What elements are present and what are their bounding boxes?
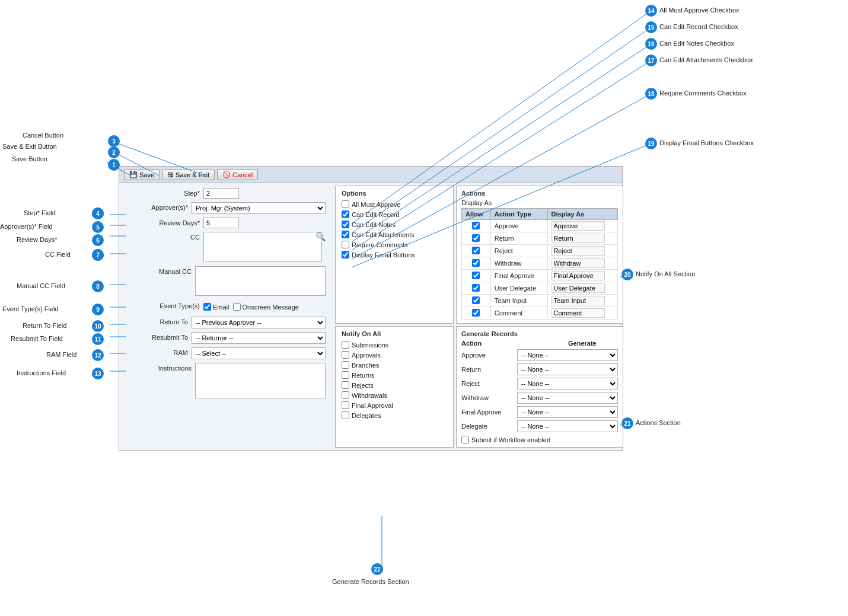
action-display-as-input[interactable] (551, 246, 605, 256)
return-to-select[interactable]: -- Previous Approver -- (192, 317, 326, 328)
generate-row: Delegate -- None -- (461, 420, 618, 432)
can-edit-attachments-option: Can Edit Attachments (342, 231, 447, 238)
cc-input[interactable] (203, 232, 322, 261)
can-edit-notes-label: Can Edit Notes (352, 221, 396, 228)
notify-item-label: Delegates (352, 412, 381, 419)
action-allow-checkbox[interactable] (472, 259, 480, 267)
notify-item-label: Submissions (352, 341, 388, 349)
col-action-type: Action Type (490, 209, 547, 220)
annotation-15-label: Can Edit Record Checkbox (659, 23, 738, 30)
notify-checkbox[interactable] (342, 391, 349, 399)
require-comments-label: Require Comments (352, 241, 408, 248)
annotation-16-bubble: 16 (645, 38, 657, 50)
gen-header: Action Generate (461, 340, 618, 347)
notify-checkbox[interactable] (342, 371, 349, 379)
ram-row: RAM -- Select -- (126, 347, 326, 359)
annotation-22-bubble: 21 (621, 417, 633, 429)
all-must-approve-checkbox[interactable] (342, 200, 349, 208)
manual-cc-label: Manual CC (126, 266, 195, 275)
event-types-row: Event Type(s) Email Onscreen Message (126, 301, 326, 313)
review-days-input[interactable] (203, 218, 239, 228)
notify-checkbox[interactable] (342, 361, 349, 369)
action-allow-checkbox[interactable] (472, 234, 480, 242)
gen-select[interactable]: -- None -- (517, 420, 618, 432)
annotation-18-label: Require Comments Checkbox (659, 90, 747, 97)
annotation-reviewdays-label: Review Days* (17, 236, 57, 243)
manual-cc-textarea[interactable] (195, 266, 326, 296)
action-display-as-input[interactable] (551, 271, 605, 280)
all-must-approve-option: All Must Approve (342, 200, 447, 208)
notify-checkbox[interactable] (342, 341, 349, 349)
action-allow-checkbox[interactable] (472, 247, 480, 254)
action-allow-checkbox[interactable] (472, 222, 480, 229)
ram-label: RAM (126, 347, 192, 356)
return-to-label: Return To (126, 317, 192, 325)
action-type-cell: Return (490, 232, 547, 245)
gen-select[interactable]: -- None -- (517, 392, 618, 404)
instructions-value (195, 363, 326, 400)
notify-item: Branches (342, 361, 447, 369)
manual-cc-row: Manual CC (126, 266, 326, 297)
gen-select[interactable]: -- None -- (517, 378, 618, 390)
annotation-resubmitto-label: Resubmit To Field (11, 335, 63, 342)
ram-select[interactable]: -- Select -- (192, 347, 326, 359)
gen-select[interactable]: -- None -- (517, 349, 618, 361)
instructions-textarea[interactable] (195, 363, 326, 398)
submit-workflow-checkbox[interactable] (461, 436, 469, 443)
cc-value: 🔍 (203, 232, 326, 261)
action-display-as-input[interactable] (551, 221, 605, 231)
left-fields: Step* Approver(s)* Proj. Mgr (System) Re… (119, 183, 333, 450)
instructions-label: Instructions (126, 363, 195, 372)
toolbar: 💾 Save 🖫 Save & Exit 🚫 Cancel (119, 167, 622, 183)
step-input[interactable] (203, 188, 239, 199)
all-must-approve-label: All Must Approve (352, 201, 401, 208)
annotation-21-bubble: 20 (621, 269, 633, 280)
gen-select[interactable]: -- None -- (517, 406, 618, 418)
display-email-buttons-checkbox[interactable] (342, 251, 349, 258)
event-types-label: Event Type(s) (126, 301, 203, 309)
approvers-row: Approver(s)* Proj. Mgr (System) (126, 202, 326, 214)
notify-checkbox[interactable] (342, 401, 349, 409)
action-allow-checkbox[interactable] (472, 272, 480, 279)
annotation-ram-label: RAM Field (46, 351, 76, 358)
onscreen-checkbox-label[interactable]: Onscreen Message (233, 303, 299, 311)
can-edit-record-checkbox[interactable] (342, 210, 349, 218)
submit-workflow: Submit if Workflow enabled (461, 436, 618, 443)
action-display-as-input[interactable] (551, 258, 605, 268)
approvers-select[interactable]: Proj. Mgr (System) (192, 202, 326, 214)
resubmit-to-select[interactable]: -- Returner -- (192, 332, 326, 344)
require-comments-checkbox[interactable] (342, 241, 349, 248)
gen-select[interactable]: -- None -- (517, 363, 618, 375)
onscreen-checkbox[interactable] (233, 303, 241, 311)
action-display-as-input[interactable] (551, 296, 605, 305)
save-exit-button[interactable]: 🖫 Save & Exit (162, 170, 215, 180)
action-display-as-input[interactable] (551, 308, 605, 318)
action-allow-checkbox[interactable] (472, 296, 480, 304)
can-edit-notes-checkbox[interactable] (342, 221, 349, 228)
gen-col-generate: Generate (568, 340, 597, 347)
annotation-resubmitto-bubble: 11 (92, 333, 104, 345)
save-button[interactable]: 💾 Save (124, 169, 160, 180)
notify-checkbox[interactable] (342, 381, 349, 389)
notify-checkbox[interactable] (342, 351, 349, 359)
action-allow-checkbox[interactable] (472, 284, 480, 292)
cc-search-icon[interactable]: 🔍 (315, 232, 326, 241)
can-edit-attachments-label: Can Edit Attachments (352, 231, 415, 238)
action-row: Reject (462, 245, 618, 257)
require-comments-option: Require Comments (342, 241, 447, 248)
gen-action-label: Withdraw (461, 394, 515, 401)
gen-col-action: Action (461, 340, 515, 347)
action-display-as-input[interactable] (551, 283, 605, 293)
notify-item: Submissions (342, 341, 447, 349)
annotation-cc-label: CC Field (45, 251, 71, 258)
email-checkbox[interactable] (203, 303, 211, 311)
email-checkbox-label[interactable]: Email (203, 303, 229, 311)
action-display-as-input[interactable] (551, 234, 605, 243)
notify-item: Approvals (342, 351, 447, 359)
notify-checkbox[interactable] (342, 411, 349, 419)
can-edit-notes-option: Can Edit Notes (342, 221, 447, 228)
cancel-button[interactable]: 🚫 Cancel (217, 169, 258, 180)
annotation-eventtypes-label: Event Type(s) Field (2, 305, 59, 312)
can-edit-attachments-checkbox[interactable] (342, 231, 349, 238)
action-allow-checkbox[interactable] (472, 309, 480, 317)
